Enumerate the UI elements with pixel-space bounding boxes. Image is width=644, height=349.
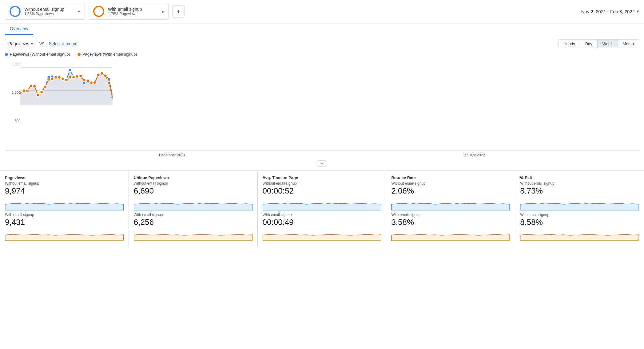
tab-overview[interactable]: Overview [5,23,33,35]
svg-point-34 [33,85,36,88]
metric-seg1-label-1: Without email signup [134,181,252,186]
metric-seg1-value-1: 6,690 [134,186,252,196]
svg-point-51 [93,81,96,84]
tab-bar: Overview [0,23,644,35]
metric-seg2-value-1: 6,256 [134,218,252,227]
svg-point-46 [76,75,79,78]
metric-seg1-value-3: 2.06% [391,186,510,196]
legend-item-1: Pageviews (Without email signup) [5,52,70,57]
period-week[interactable]: Week [598,40,618,48]
legend-item-2: Pageviews (With email signup) [78,52,137,57]
svg-point-45 [72,76,75,79]
metric-dropdown[interactable]: Pageviews ▾ [5,39,36,48]
chart-controls: Pageviews ▾ VS. Select a metric Hourly D… [0,35,644,52]
chart-legend: Pageviews (Without email signup) Pagevie… [0,52,644,59]
metric-mini-chart-orange-0 [5,228,124,241]
collapse-button[interactable]: ▾ [0,159,644,168]
metric-seg1-label-0: Without email signup [5,181,124,186]
svg-point-33 [30,84,33,88]
metric-mini-chart-orange-4 [520,228,639,241]
svg-point-48 [83,79,86,82]
metric-seg2-value-4: 8.58% [520,218,639,227]
svg-point-35 [37,93,40,96]
metric-mini-chart-orange-2 [263,228,381,241]
legend-dot-blue [5,53,8,56]
metric-title-3: Bounce Rate [391,175,510,180]
svg-point-44 [69,75,72,78]
metric-seg1-value-4: 8.73% [520,186,639,196]
svg-point-32 [26,89,29,92]
date-range-label: Nov 2, 2021 - Feb 3, 2022 [581,9,635,14]
collapse-icon: ▾ [317,160,327,167]
legend-label-2: Pageviews (With email signup) [82,52,137,57]
metric-seg2-value-3: 3.58% [391,218,510,227]
period-day[interactable]: Day [580,40,598,48]
metric-title-4: % Exit [520,175,639,180]
svg-point-53 [100,72,103,75]
metric-title-0: Pageviews [5,175,124,180]
svg-point-36 [40,91,43,94]
top-bar: Without email signup 1.88% Pageviews ▾ W… [0,0,644,23]
metric-seg2-value-0: 9,431 [5,218,124,227]
chart-container: 1,500 1,000 500 December 2021 January 20… [0,59,644,159]
svg-point-52 [97,73,100,76]
metric-seg1-label-4: Without email signup [520,181,639,186]
period-hourly[interactable]: Hourly [559,40,580,48]
metric-mini-chart-blue-1 [134,198,252,210]
segment2-chevron: ▾ [161,9,164,14]
segment1-chevron: ▾ [78,9,80,14]
y-label-500: 500 [5,119,20,123]
metric-mini-chart-blue-2 [263,198,381,210]
legend-label-1: Pageviews (Without email signup) [10,52,70,57]
x-axis: December 2021 January 2022 [5,151,639,159]
segment1-icon [10,6,21,17]
segment2-icon [93,6,104,17]
metric-seg2-label-3: With email signup [391,213,510,217]
metrics-grid: Pageviews Without email signup 9,974 Wit… [0,170,644,248]
metric-card-2: Avg. Time on Page Without email signup 0… [258,171,387,248]
segment1-sub: 1.88% Pageviews [24,12,74,16]
segment-card-1[interactable]: Without email signup 1.88% Pageviews ▾ [5,3,85,20]
x-label-dec: December 2021 [159,153,185,157]
svg-point-37 [44,85,47,88]
segment1-name: Without email signup [24,7,74,12]
metric-seg1-label-3: Without email signup [391,181,510,186]
x-label-jan: January 2022 [463,153,485,157]
svg-point-47 [79,74,82,77]
metric-label: Pageviews [8,41,29,46]
date-range-picker[interactable]: Nov 2, 2021 - Feb 3, 2022 ▾ [581,9,639,14]
period-buttons: Hourly Day Week Month [558,39,639,48]
add-segment-button[interactable]: + [172,5,185,18]
svg-point-55 [107,82,110,85]
period-month[interactable]: Month [618,40,639,48]
segment1-info: Without email signup 1.88% Pageviews [24,7,74,16]
svg-point-54 [104,74,107,77]
select-metric-link[interactable]: Select a metric [49,41,78,46]
svg-point-40 [54,76,57,79]
svg-point-50 [90,81,93,84]
metric-seg1-value-2: 00:00:52 [263,186,381,196]
metric-title-2: Avg. Time on Page [263,175,381,180]
segment-card-2[interactable]: With email signup 1.78% Pageviews ▾ [89,3,169,20]
metric-mini-chart-orange-3 [391,228,510,241]
metric-seg2-value-2: 00:00:49 [263,218,381,227]
segment2-info: With email signup 1.78% Pageviews [108,7,158,16]
metric-mini-chart-blue-4 [520,198,639,210]
date-range-chevron: ▾ [637,9,639,14]
metric-title-1: Unique Pageviews [134,175,252,180]
segment2-name: With email signup [108,7,158,12]
metric-mini-chart-blue-0 [5,198,124,210]
legend-dot-orange [78,53,81,56]
metric-chevron: ▾ [31,41,33,46]
svg-point-31 [22,89,26,92]
metric-seg2-label-0: With email signup [5,213,124,217]
metric-seg2-label-4: With email signup [520,213,639,217]
metric-card-3: Bounce Rate Without email signup 2.06% W… [386,171,515,248]
svg-point-38 [47,78,50,81]
metric-mini-chart-orange-1 [134,228,252,241]
svg-point-49 [86,79,89,82]
metric-card-4: % Exit Without email signup 8.73% With e… [515,171,644,248]
metric-card-1: Unique Pageviews Without email signup 6,… [129,171,258,248]
svg-point-42 [61,77,64,80]
chart-area: 1,500 1,000 500 [5,59,639,151]
